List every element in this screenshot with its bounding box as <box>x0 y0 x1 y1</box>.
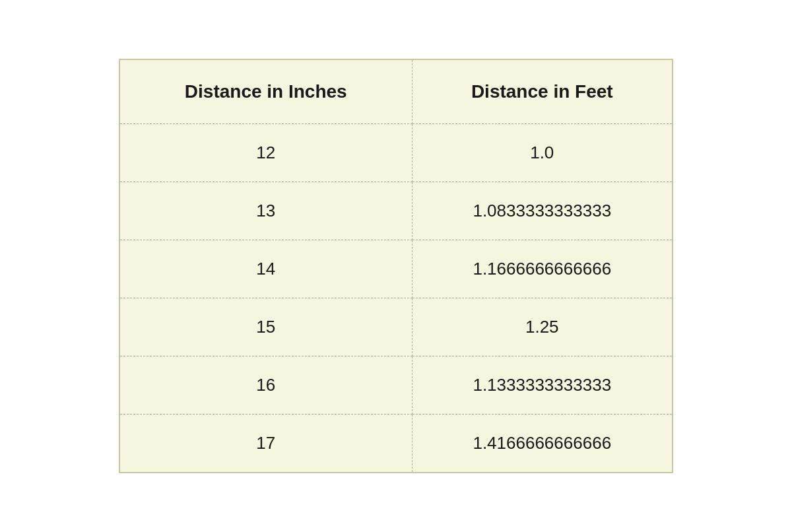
cell-feet: 1.4166666666666 <box>412 415 672 473</box>
cell-feet: 1.1666666666666 <box>412 240 672 298</box>
cell-inches: 17 <box>120 415 412 473</box>
col-feet-header: Distance in Feet <box>412 60 672 124</box>
table-row: 121.0 <box>120 124 672 182</box>
cell-inches: 14 <box>120 240 412 298</box>
col-inches-header: Distance in Inches <box>120 60 412 124</box>
cell-inches: 13 <box>120 182 412 240</box>
table-row: 171.4166666666666 <box>120 415 672 473</box>
cell-inches: 15 <box>120 298 412 356</box>
conversion-table: Distance in Inches Distance in Feet 121.… <box>120 60 672 472</box>
cell-feet: 1.0833333333333 <box>412 182 672 240</box>
cell-inches: 16 <box>120 356 412 415</box>
cell-feet: 1.0 <box>412 124 672 182</box>
table-container: Distance in Inches Distance in Feet 121.… <box>119 59 673 473</box>
cell-feet: 1.1333333333333 <box>412 356 672 415</box>
table-header-row: Distance in Inches Distance in Feet <box>120 60 672 124</box>
table-row: 151.25 <box>120 298 672 356</box>
table-row: 161.1333333333333 <box>120 356 672 415</box>
table-row: 141.1666666666666 <box>120 240 672 298</box>
cell-inches: 12 <box>120 124 412 182</box>
table-row: 131.0833333333333 <box>120 182 672 240</box>
cell-feet: 1.25 <box>412 298 672 356</box>
